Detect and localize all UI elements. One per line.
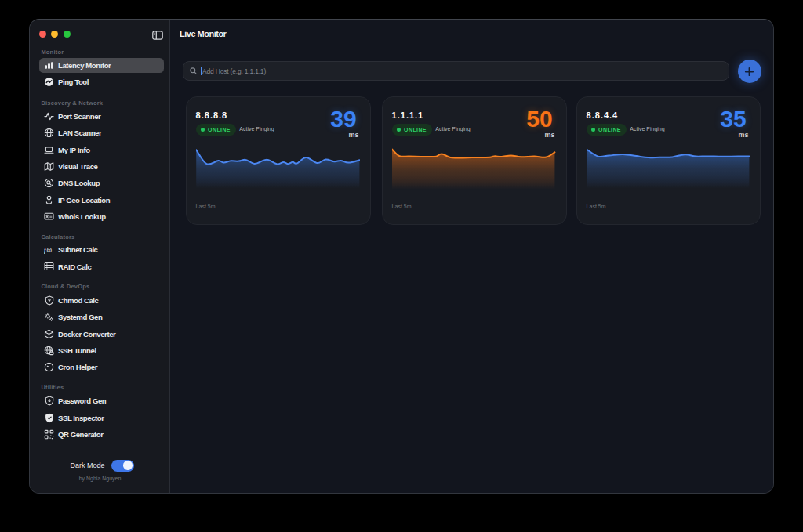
svg-text:(x): (x) [46, 248, 52, 252]
